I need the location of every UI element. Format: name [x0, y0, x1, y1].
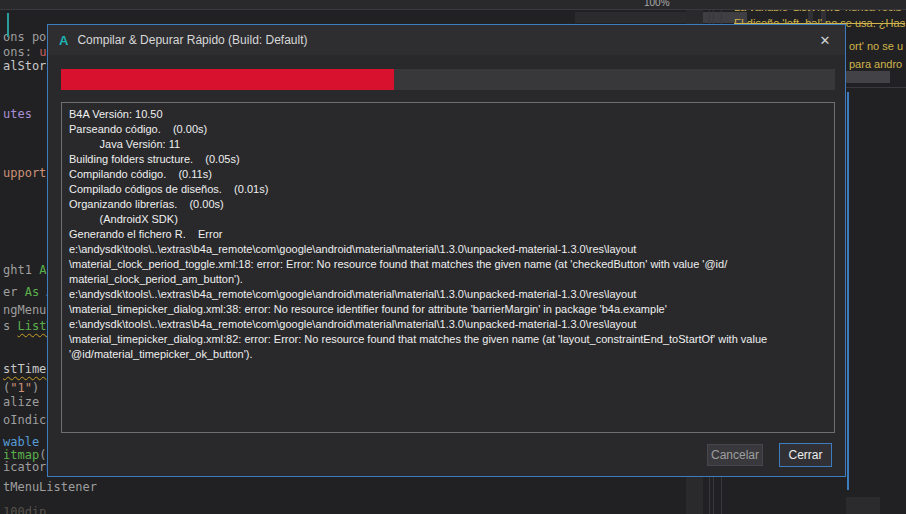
log-line: Compilando código. (0.11s)	[69, 167, 834, 182]
ide-top-bar: 100%	[0, 0, 906, 10]
compile-progressbar	[61, 69, 835, 90]
log-line: \material_timepicker_dialog.xml:38: erro…	[69, 302, 834, 317]
log-line: e:\andysdk\tools\..\extras\b4a_remote\co…	[69, 242, 834, 257]
warning-item[interactable]: ort' no se u	[849, 40, 903, 52]
cancel-button[interactable]: Cancelar	[707, 444, 763, 466]
statusbar-fragment	[846, 497, 880, 514]
log-line: Parseando código. (0.00s)	[69, 122, 834, 137]
log-line: Organizando librerías. (0.00s)	[69, 197, 834, 212]
warning-item[interactable]: para andro	[849, 58, 902, 70]
log-line: \material_clock_period_toggle.xml:18: er…	[69, 257, 834, 272]
log-line: B4A Versión: 10.50	[69, 107, 834, 122]
dialog-titlebar[interactable]: A Compilar & Depurar Rápido (Build: Defa…	[48, 25, 845, 55]
log-line: '@id/material_timepicker_ok_button').	[69, 347, 834, 362]
log-line: e:\andysdk\tools\..\extras\b4a_remote\co…	[69, 287, 834, 302]
compile-log-output[interactable]: B4A Versión: 10.50Parseando código. (0.0…	[61, 102, 835, 433]
compile-dialog: A Compilar & Depurar Rápido (Build: Defa…	[47, 24, 846, 477]
zoom-level-label: 100%	[644, 0, 670, 8]
cerrar-button[interactable]: Cerrar	[779, 443, 832, 467]
log-line: Java Versión: 11	[69, 137, 834, 152]
close-icon[interactable]: ✕	[813, 29, 837, 51]
warnings-scrollbar-thumb[interactable]	[846, 71, 890, 83]
dialog-title: Compilar & Depurar Rápido (Build: Defaul…	[77, 33, 307, 47]
progress-fill	[61, 69, 394, 90]
log-line: Generando el fichero R. Error	[69, 227, 834, 242]
log-line: e:\andysdk\tools\..\extras\b4a_remote\co…	[69, 317, 834, 332]
log-line: Compilado códigos de diseños. (0.01s)	[69, 182, 834, 197]
warnings-separator	[846, 87, 906, 88]
log-line: \material_timepicker_dialog.xml:82: erro…	[69, 332, 834, 347]
log-line: Building folders structure. (0.05s)	[69, 152, 834, 167]
b4a-logo-icon: A	[59, 33, 68, 48]
log-line: (AndroidX SDK)	[69, 212, 834, 227]
pane-splitter-line[interactable]	[847, 92, 849, 490]
log-line: material_clock_period_am_button').	[69, 272, 834, 287]
